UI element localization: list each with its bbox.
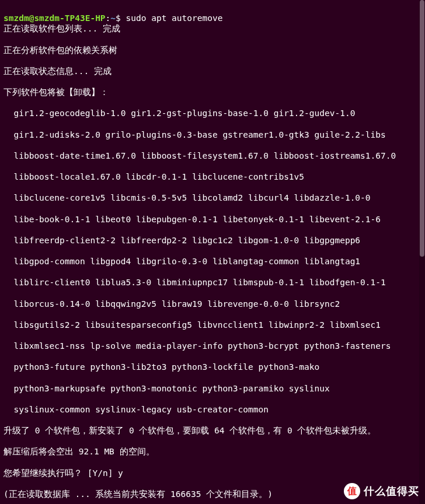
output-line: libgpod-common libgpod4 libgrilo-0.3-0 l… [4, 256, 421, 267]
watermark: 值 什么值得买 [344, 483, 419, 499]
watermark-badge-icon: 值 [344, 483, 360, 499]
terminal-output[interactable]: smzdm@smzdm-TP43E-HP:~$ sudo apt autorem… [4, 2, 421, 504]
output-line: gir1.2-geocodeglib-1.0 gir1.2-gst-plugin… [4, 108, 421, 118]
output-line: liblirc-client0 liblua5.3-0 libminiupnpc… [4, 277, 421, 288]
watermark-text: 什么值得买 [364, 485, 419, 498]
output-line: libboost-date-time1.67.0 libboost-filesy… [4, 150, 421, 161]
output-line: python3-future python3-lib2to3 python3-l… [4, 362, 421, 372]
output-line: 解压缩后将会空出 92.1 MB 的空间。 [4, 446, 421, 457]
prompt-dollar: $ [116, 13, 121, 23]
command-input[interactable]: sudo apt autoremove [126, 13, 223, 23]
prompt-user-host: smzdm@smzdm-TP43E-HP [4, 13, 106, 23]
output-line: liborcus-0.14-0 libqqwing2v5 libraw19 li… [4, 299, 421, 309]
output-line: gir1.2-udisks-2.0 grilo-plugins-0.3-base… [4, 130, 421, 140]
scrollbar-thumb[interactable] [420, 0, 424, 257]
output-line: 正在分析软件包的依赖关系树 [4, 45, 421, 55]
output-line: 正在读取软件包列表... 完成 [4, 23, 421, 34]
output-line: libe-book-0.1-1 libeot0 libepubgen-0.1-1… [4, 214, 421, 225]
output-line: 升级了 0 个软件包，新安装了 0 个软件包，要卸载 64 个软件包，有 0 个… [4, 425, 421, 436]
output-line: libxmlsec1-nss lp-solve media-player-inf… [4, 341, 421, 351]
output-line: libfreerdp-client2-2 libfreerdp2-2 libgc… [4, 235, 421, 246]
output-line: libclucene-core1v5 libcmis-0.5-5v5 libco… [4, 192, 421, 203]
output-line: libboost-locale1.67.0 libcdr-0.1-1 libcl… [4, 172, 421, 182]
scrollbar[interactable] [419, 0, 425, 504]
output-line: 您希望继续执行吗？ [Y/n] y [4, 468, 421, 478]
output-line: 下列软件包将被【卸载】： [4, 87, 421, 97]
output-line: libsgutils2-2 libsuitesparseconfig5 libv… [4, 320, 421, 330]
output-line: python3-markupsafe python3-monotonic pyt… [4, 383, 421, 394]
output-line: syslinux-common syslinux-legacy usb-crea… [4, 404, 421, 415]
output-line: 正在读取状态信息... 完成 [4, 66, 421, 76]
prompt-path: ~ [110, 13, 116, 23]
